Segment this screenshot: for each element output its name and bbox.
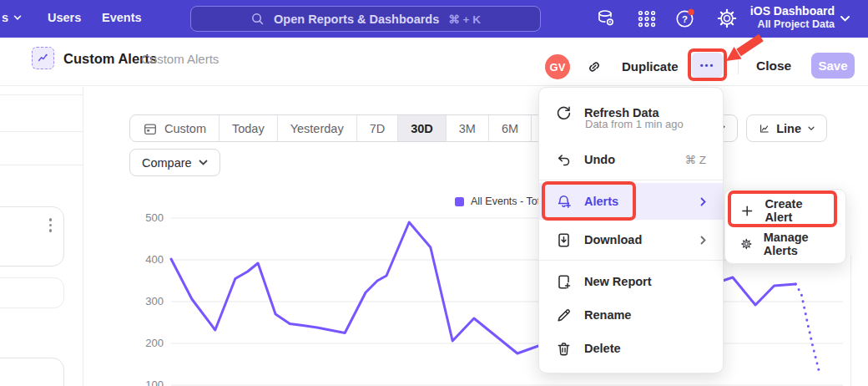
chevron-down-icon	[199, 160, 208, 166]
settings-gear-icon[interactable]	[716, 8, 738, 29]
date-range-6m[interactable]: 6M	[488, 115, 531, 141]
search-placeholder: Open Reports & Dashboards	[274, 13, 439, 26]
breadcrumb: Custom Alerts	[141, 52, 219, 66]
undo-shortcut: ⌘ Z	[685, 153, 707, 166]
chart-card-border	[850, 255, 851, 386]
date-range-label: Custom	[164, 122, 206, 135]
date-range-7d[interactable]: 7D	[356, 115, 398, 141]
help-icon[interactable]: ?	[674, 8, 696, 29]
gear-icon	[740, 236, 753, 251]
chevron-down-icon	[13, 15, 22, 21]
more-options-button[interactable]: •••	[692, 53, 723, 78]
plus-icon	[740, 204, 754, 218]
date-range-30d[interactable]: 30D	[397, 115, 446, 141]
sidebar-divider	[0, 94, 83, 95]
menu-item-label: Alerts	[584, 195, 688, 208]
save-button[interactable]: Save	[811, 53, 855, 79]
refresh-data-age: Data from 1 min ago	[585, 118, 684, 130]
chevron-down-icon	[808, 125, 815, 132]
sidebar-divider	[0, 165, 83, 165]
search-icon	[250, 12, 265, 26]
search-shortcut: ⌘ + K	[448, 13, 481, 26]
avatar[interactable]: GV	[545, 54, 570, 79]
menu-item-rename[interactable]: Rename	[539, 298, 723, 332]
more-options-menu: Refresh Data Data from 1 min ago Undo ⌘ …	[538, 87, 724, 373]
calendar-icon	[143, 121, 158, 136]
date-range-today[interactable]: Today	[219, 115, 277, 141]
project-selector[interactable]: iOS Dashboard All Project Data	[750, 4, 835, 31]
date-range-custom[interactable]: Custom	[130, 115, 219, 141]
sidebar-divider	[0, 131, 83, 132]
chevron-right-icon	[700, 197, 706, 206]
sidebar-card[interactable]	[0, 206, 64, 267]
alerts-submenu: Create Alert Manage Alerts	[724, 189, 846, 264]
legend-label: All Events - Total	[471, 196, 548, 207]
sidebar-card[interactable]	[0, 358, 64, 386]
submenu-item-create-alert[interactable]: Create Alert	[725, 194, 845, 227]
close-button[interactable]: Close	[756, 58, 791, 74]
compare-label: Compare	[142, 156, 192, 170]
chevron-right-icon	[700, 236, 706, 245]
menu-item-label: Undo	[584, 153, 673, 166]
kebab-menu-icon[interactable]	[49, 218, 53, 232]
project-title: iOS Dashboard	[750, 4, 835, 18]
top-nav: s Users Events Open Reports & Dashboards…	[0, 0, 868, 38]
menu-divider	[539, 260, 723, 261]
menu-item-download[interactable]: Download	[539, 223, 723, 256]
svg-text:?: ?	[682, 14, 688, 24]
nav-item-events[interactable]: Events	[102, 11, 142, 24]
download-icon	[556, 232, 572, 248]
menu-item-alerts[interactable]: Alerts	[539, 183, 723, 220]
apps-grid-icon[interactable]	[636, 8, 658, 29]
data-management-icon[interactable]	[595, 8, 617, 29]
refresh-icon	[556, 105, 572, 121]
chart-type-label: Line	[776, 122, 801, 135]
bell-plus-icon	[556, 194, 572, 210]
sidebar-border	[83, 87, 83, 386]
duplicate-button[interactable]: Duplicate	[622, 59, 679, 74]
date-range-segmented-control: Custom Today Yesterday 7D 30D 3M 6M 12M	[129, 114, 581, 142]
line-chart-icon	[759, 121, 770, 136]
trash-icon	[556, 341, 572, 357]
menu-item-new-report[interactable]: New Report	[539, 265, 723, 298]
date-range-3m[interactable]: 3M	[446, 115, 488, 141]
sidebar-card[interactable]	[0, 277, 64, 308]
share-link-icon[interactable]	[586, 58, 603, 75]
menu-item-label: Delete	[584, 342, 706, 355]
legend-swatch	[455, 197, 464, 206]
submenu-item-label: Manage Alerts	[764, 231, 830, 257]
chart-legend[interactable]: All Events - Total	[455, 196, 548, 207]
compare-button[interactable]: Compare	[129, 149, 220, 176]
menu-item-label: Download	[584, 233, 688, 246]
menu-divider	[539, 180, 723, 180]
menu-item-undo[interactable]: Undo ⌘ Z	[539, 143, 723, 176]
chart-type-button[interactable]: Line	[746, 114, 827, 142]
header-divider	[738, 56, 739, 74]
undo-icon	[556, 152, 572, 168]
project-subtitle: All Project Data	[750, 18, 835, 31]
report-header: Custom Alerts Custom Alerts GV Duplicate…	[0, 38, 868, 86]
global-search-input[interactable]: Open Reports & Dashboards ⌘ + K	[190, 6, 541, 32]
chevron-down-icon	[840, 15, 850, 23]
date-range-yesterday[interactable]: Yesterday	[277, 115, 356, 141]
nav-item-boards-partial[interactable]: s	[2, 11, 22, 24]
menu-item-label: Rename	[584, 308, 706, 322]
submenu-item-manage-alerts[interactable]: Manage Alerts	[725, 227, 845, 261]
nav-item-users[interactable]: Users	[48, 11, 81, 24]
new-report-icon	[556, 274, 572, 290]
menu-item-label: New Report	[584, 275, 706, 288]
menu-item-delete[interactable]: Delete	[539, 332, 723, 365]
submenu-item-label: Create Alert	[765, 197, 830, 224]
report-type-icon	[32, 47, 54, 69]
pencil-icon	[556, 307, 572, 323]
